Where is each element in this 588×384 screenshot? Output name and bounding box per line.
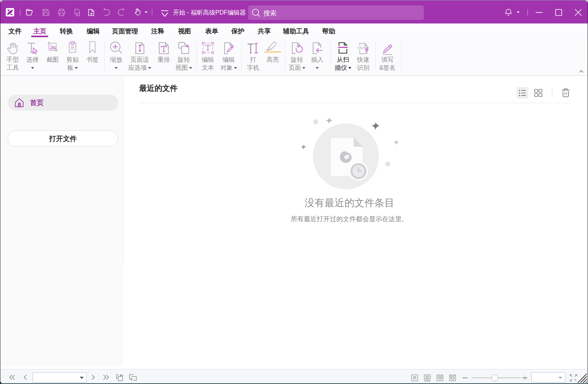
svg-text:OCR: OCR — [358, 46, 366, 50]
